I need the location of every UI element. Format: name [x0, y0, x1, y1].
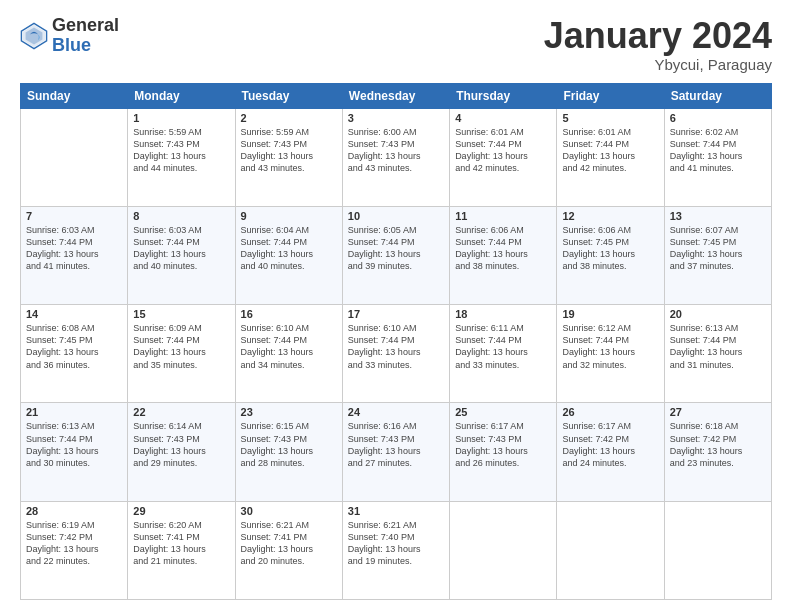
- day-cell: 26Sunrise: 6:17 AM Sunset: 7:42 PM Dayli…: [557, 403, 664, 501]
- header-cell-monday: Monday: [128, 83, 235, 108]
- day-number: 2: [241, 112, 337, 124]
- day-info: Sunrise: 6:13 AM Sunset: 7:44 PM Dayligh…: [26, 420, 122, 469]
- day-number: 27: [670, 406, 766, 418]
- day-number: 9: [241, 210, 337, 222]
- day-cell: 7Sunrise: 6:03 AM Sunset: 7:44 PM Daylig…: [21, 206, 128, 304]
- day-info: Sunrise: 6:21 AM Sunset: 7:41 PM Dayligh…: [241, 519, 337, 568]
- day-number: 19: [562, 308, 658, 320]
- day-number: 17: [348, 308, 444, 320]
- day-cell: 20Sunrise: 6:13 AM Sunset: 7:44 PM Dayli…: [664, 305, 771, 403]
- logo: General Blue: [20, 16, 119, 56]
- day-number: 22: [133, 406, 229, 418]
- day-number: 12: [562, 210, 658, 222]
- day-cell: 23Sunrise: 6:15 AM Sunset: 7:43 PM Dayli…: [235, 403, 342, 501]
- day-cell: 21Sunrise: 6:13 AM Sunset: 7:44 PM Dayli…: [21, 403, 128, 501]
- logo-general-text: General: [52, 16, 119, 36]
- week-row-1: 1Sunrise: 5:59 AM Sunset: 7:43 PM Daylig…: [21, 108, 772, 206]
- day-info: Sunrise: 6:10 AM Sunset: 7:44 PM Dayligh…: [241, 322, 337, 371]
- day-cell: 13Sunrise: 6:07 AM Sunset: 7:45 PM Dayli…: [664, 206, 771, 304]
- day-number: 29: [133, 505, 229, 517]
- day-number: 28: [26, 505, 122, 517]
- header-cell-tuesday: Tuesday: [235, 83, 342, 108]
- day-info: Sunrise: 6:20 AM Sunset: 7:41 PM Dayligh…: [133, 519, 229, 568]
- day-number: 25: [455, 406, 551, 418]
- day-info: Sunrise: 6:04 AM Sunset: 7:44 PM Dayligh…: [241, 224, 337, 273]
- day-number: 5: [562, 112, 658, 124]
- day-number: 26: [562, 406, 658, 418]
- week-row-2: 7Sunrise: 6:03 AM Sunset: 7:44 PM Daylig…: [21, 206, 772, 304]
- day-info: Sunrise: 6:05 AM Sunset: 7:44 PM Dayligh…: [348, 224, 444, 273]
- day-cell: 5Sunrise: 6:01 AM Sunset: 7:44 PM Daylig…: [557, 108, 664, 206]
- day-number: 1: [133, 112, 229, 124]
- day-cell: 1Sunrise: 5:59 AM Sunset: 7:43 PM Daylig…: [128, 108, 235, 206]
- week-row-4: 21Sunrise: 6:13 AM Sunset: 7:44 PM Dayli…: [21, 403, 772, 501]
- day-cell: 16Sunrise: 6:10 AM Sunset: 7:44 PM Dayli…: [235, 305, 342, 403]
- day-cell: 29Sunrise: 6:20 AM Sunset: 7:41 PM Dayli…: [128, 501, 235, 599]
- day-cell: 3Sunrise: 6:00 AM Sunset: 7:43 PM Daylig…: [342, 108, 449, 206]
- header-cell-sunday: Sunday: [21, 83, 128, 108]
- day-cell: 25Sunrise: 6:17 AM Sunset: 7:43 PM Dayli…: [450, 403, 557, 501]
- day-info: Sunrise: 6:09 AM Sunset: 7:44 PM Dayligh…: [133, 322, 229, 371]
- day-info: Sunrise: 6:11 AM Sunset: 7:44 PM Dayligh…: [455, 322, 551, 371]
- day-info: Sunrise: 6:17 AM Sunset: 7:42 PM Dayligh…: [562, 420, 658, 469]
- week-row-5: 28Sunrise: 6:19 AM Sunset: 7:42 PM Dayli…: [21, 501, 772, 599]
- day-cell: 11Sunrise: 6:06 AM Sunset: 7:44 PM Dayli…: [450, 206, 557, 304]
- day-info: Sunrise: 6:17 AM Sunset: 7:43 PM Dayligh…: [455, 420, 551, 469]
- day-info: Sunrise: 6:15 AM Sunset: 7:43 PM Dayligh…: [241, 420, 337, 469]
- day-cell: 18Sunrise: 6:11 AM Sunset: 7:44 PM Dayli…: [450, 305, 557, 403]
- day-cell: 31Sunrise: 6:21 AM Sunset: 7:40 PM Dayli…: [342, 501, 449, 599]
- day-info: Sunrise: 6:08 AM Sunset: 7:45 PM Dayligh…: [26, 322, 122, 371]
- day-cell: [664, 501, 771, 599]
- day-cell: 30Sunrise: 6:21 AM Sunset: 7:41 PM Dayli…: [235, 501, 342, 599]
- week-row-3: 14Sunrise: 6:08 AM Sunset: 7:45 PM Dayli…: [21, 305, 772, 403]
- month-title: January 2024: [544, 16, 772, 56]
- calendar-table: SundayMondayTuesdayWednesdayThursdayFrid…: [20, 83, 772, 600]
- header-cell-friday: Friday: [557, 83, 664, 108]
- day-info: Sunrise: 6:07 AM Sunset: 7:45 PM Dayligh…: [670, 224, 766, 273]
- day-number: 24: [348, 406, 444, 418]
- header-cell-saturday: Saturday: [664, 83, 771, 108]
- header: General Blue January 2024 Ybycui, Paragu…: [20, 16, 772, 73]
- day-cell: 4Sunrise: 6:01 AM Sunset: 7:44 PM Daylig…: [450, 108, 557, 206]
- day-info: Sunrise: 6:21 AM Sunset: 7:40 PM Dayligh…: [348, 519, 444, 568]
- day-info: Sunrise: 6:19 AM Sunset: 7:42 PM Dayligh…: [26, 519, 122, 568]
- day-number: 18: [455, 308, 551, 320]
- day-cell: 17Sunrise: 6:10 AM Sunset: 7:44 PM Dayli…: [342, 305, 449, 403]
- day-number: 23: [241, 406, 337, 418]
- day-info: Sunrise: 6:01 AM Sunset: 7:44 PM Dayligh…: [562, 126, 658, 175]
- day-info: Sunrise: 6:01 AM Sunset: 7:44 PM Dayligh…: [455, 126, 551, 175]
- day-info: Sunrise: 6:13 AM Sunset: 7:44 PM Dayligh…: [670, 322, 766, 371]
- day-number: 15: [133, 308, 229, 320]
- day-info: Sunrise: 6:03 AM Sunset: 7:44 PM Dayligh…: [133, 224, 229, 273]
- day-cell: 24Sunrise: 6:16 AM Sunset: 7:43 PM Dayli…: [342, 403, 449, 501]
- day-info: Sunrise: 5:59 AM Sunset: 7:43 PM Dayligh…: [133, 126, 229, 175]
- day-cell: 6Sunrise: 6:02 AM Sunset: 7:44 PM Daylig…: [664, 108, 771, 206]
- day-number: 30: [241, 505, 337, 517]
- day-info: Sunrise: 6:18 AM Sunset: 7:42 PM Dayligh…: [670, 420, 766, 469]
- day-number: 31: [348, 505, 444, 517]
- day-number: 14: [26, 308, 122, 320]
- day-number: 3: [348, 112, 444, 124]
- day-number: 10: [348, 210, 444, 222]
- title-block: January 2024 Ybycui, Paraguay: [544, 16, 772, 73]
- logo-blue-text: Blue: [52, 36, 119, 56]
- day-number: 7: [26, 210, 122, 222]
- day-info: Sunrise: 5:59 AM Sunset: 7:43 PM Dayligh…: [241, 126, 337, 175]
- day-info: Sunrise: 6:12 AM Sunset: 7:44 PM Dayligh…: [562, 322, 658, 371]
- day-cell: 10Sunrise: 6:05 AM Sunset: 7:44 PM Dayli…: [342, 206, 449, 304]
- day-cell: 8Sunrise: 6:03 AM Sunset: 7:44 PM Daylig…: [128, 206, 235, 304]
- day-info: Sunrise: 6:03 AM Sunset: 7:44 PM Dayligh…: [26, 224, 122, 273]
- logo-icon: [20, 22, 48, 50]
- page: General Blue January 2024 Ybycui, Paragu…: [0, 0, 792, 612]
- day-info: Sunrise: 6:06 AM Sunset: 7:44 PM Dayligh…: [455, 224, 551, 273]
- day-number: 16: [241, 308, 337, 320]
- header-row: SundayMondayTuesdayWednesdayThursdayFrid…: [21, 83, 772, 108]
- header-cell-wednesday: Wednesday: [342, 83, 449, 108]
- day-cell: [21, 108, 128, 206]
- day-cell: 15Sunrise: 6:09 AM Sunset: 7:44 PM Dayli…: [128, 305, 235, 403]
- day-number: 20: [670, 308, 766, 320]
- day-cell: 2Sunrise: 5:59 AM Sunset: 7:43 PM Daylig…: [235, 108, 342, 206]
- day-info: Sunrise: 6:14 AM Sunset: 7:43 PM Dayligh…: [133, 420, 229, 469]
- day-cell: 28Sunrise: 6:19 AM Sunset: 7:42 PM Dayli…: [21, 501, 128, 599]
- day-cell: 9Sunrise: 6:04 AM Sunset: 7:44 PM Daylig…: [235, 206, 342, 304]
